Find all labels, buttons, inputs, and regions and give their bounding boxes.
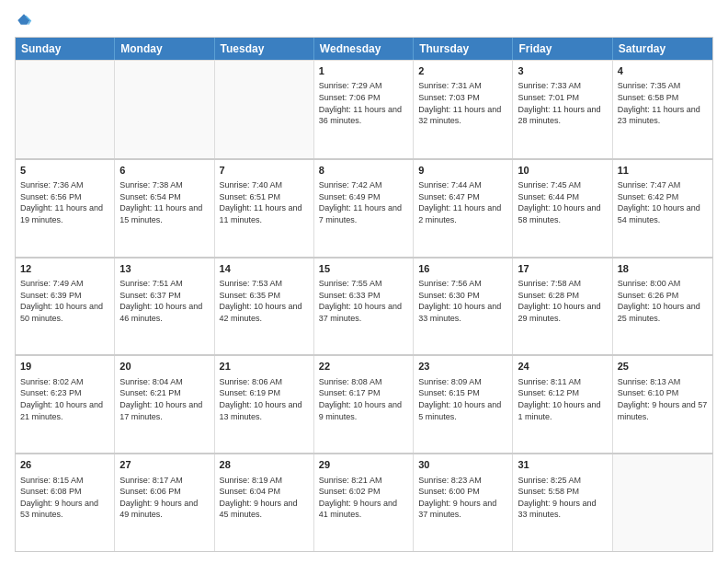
day-number: 13 bbox=[119, 262, 209, 276]
day-cell-19: 19Sunrise: 8:02 AM Sunset: 6:23 PM Dayli… bbox=[16, 356, 115, 453]
day-number: 8 bbox=[319, 164, 408, 178]
day-info: Sunrise: 8:06 AM Sunset: 6:19 PM Dayligh… bbox=[220, 376, 309, 422]
day-cell-29: 29Sunrise: 8:21 AM Sunset: 6:02 PM Dayli… bbox=[314, 454, 414, 551]
empty-cell-0-2 bbox=[215, 61, 314, 158]
day-number: 15 bbox=[319, 262, 408, 276]
day-number: 17 bbox=[518, 262, 607, 276]
calendar-header: SundayMondayTuesdayWednesdayThursdayFrid… bbox=[16, 38, 712, 60]
header-day-saturday: Saturday bbox=[613, 38, 712, 60]
day-info: Sunrise: 7:35 AM Sunset: 6:58 PM Dayligh… bbox=[618, 80, 708, 126]
day-info: Sunrise: 8:15 AM Sunset: 6:08 PM Dayligh… bbox=[20, 475, 109, 521]
day-number: 29 bbox=[319, 458, 408, 472]
day-info: Sunrise: 8:17 AM Sunset: 6:06 PM Dayligh… bbox=[119, 475, 209, 521]
day-number: 3 bbox=[518, 64, 607, 78]
day-info: Sunrise: 7:47 AM Sunset: 6:42 PM Dayligh… bbox=[618, 179, 708, 225]
calendar-row-0: 1Sunrise: 7:29 AM Sunset: 7:06 PM Daylig… bbox=[16, 60, 712, 158]
day-info: Sunrise: 7:55 AM Sunset: 6:33 PM Dayligh… bbox=[319, 278, 408, 324]
day-info: Sunrise: 8:11 AM Sunset: 6:12 PM Dayligh… bbox=[518, 376, 607, 422]
day-cell-8: 8Sunrise: 7:42 AM Sunset: 6:49 PM Daylig… bbox=[314, 160, 414, 257]
page: SundayMondayTuesdayWednesdayThursdayFrid… bbox=[0, 0, 728, 563]
day-number: 22 bbox=[319, 360, 408, 373]
day-number: 2 bbox=[418, 64, 507, 78]
day-number: 19 bbox=[20, 360, 109, 373]
header-day-sunday: Sunday bbox=[16, 38, 115, 60]
day-cell-6: 6Sunrise: 7:38 AM Sunset: 6:54 PM Daylig… bbox=[115, 160, 214, 257]
header-day-wednesday: Wednesday bbox=[314, 38, 414, 60]
day-number: 28 bbox=[220, 458, 309, 472]
day-number: 10 bbox=[518, 164, 607, 178]
day-number: 27 bbox=[119, 458, 209, 472]
day-info: Sunrise: 7:38 AM Sunset: 6:54 PM Dayligh… bbox=[119, 179, 209, 225]
day-cell-9: 9Sunrise: 7:44 AM Sunset: 6:47 PM Daylig… bbox=[414, 160, 513, 257]
day-cell-1: 1Sunrise: 7:29 AM Sunset: 7:06 PM Daylig… bbox=[314, 61, 414, 158]
header-day-tuesday: Tuesday bbox=[215, 38, 314, 60]
calendar: SundayMondayTuesdayWednesdayThursdayFrid… bbox=[15, 37, 713, 552]
day-info: Sunrise: 8:02 AM Sunset: 6:23 PM Dayligh… bbox=[20, 376, 109, 422]
day-number: 24 bbox=[518, 360, 607, 373]
day-number: 16 bbox=[418, 262, 507, 276]
day-cell-17: 17Sunrise: 7:58 AM Sunset: 6:28 PM Dayli… bbox=[513, 259, 612, 355]
day-cell-4: 4Sunrise: 7:35 AM Sunset: 6:58 PM Daylig… bbox=[613, 61, 712, 158]
day-info: Sunrise: 7:33 AM Sunset: 7:01 PM Dayligh… bbox=[518, 80, 607, 126]
day-cell-23: 23Sunrise: 8:09 AM Sunset: 6:15 PM Dayli… bbox=[414, 356, 513, 453]
day-cell-18: 18Sunrise: 8:00 AM Sunset: 6:26 PM Dayli… bbox=[613, 259, 712, 355]
day-number: 5 bbox=[20, 164, 109, 178]
day-info: Sunrise: 8:25 AM Sunset: 5:58 PM Dayligh… bbox=[518, 475, 607, 521]
day-number: 4 bbox=[618, 64, 708, 78]
day-cell-13: 13Sunrise: 7:51 AM Sunset: 6:37 PM Dayli… bbox=[115, 259, 214, 355]
day-info: Sunrise: 8:19 AM Sunset: 6:04 PM Dayligh… bbox=[220, 475, 309, 521]
day-info: Sunrise: 7:36 AM Sunset: 6:56 PM Dayligh… bbox=[20, 179, 109, 225]
day-info: Sunrise: 8:23 AM Sunset: 6:00 PM Dayligh… bbox=[418, 475, 507, 521]
day-cell-27: 27Sunrise: 8:17 AM Sunset: 6:06 PM Dayli… bbox=[115, 454, 214, 551]
day-number: 7 bbox=[220, 164, 309, 178]
day-cell-14: 14Sunrise: 7:53 AM Sunset: 6:35 PM Dayli… bbox=[215, 259, 314, 355]
header-day-friday: Friday bbox=[513, 38, 612, 60]
day-info: Sunrise: 8:04 AM Sunset: 6:21 PM Dayligh… bbox=[119, 376, 209, 422]
calendar-row-2: 12Sunrise: 7:49 AM Sunset: 6:39 PM Dayli… bbox=[16, 257, 712, 355]
day-cell-26: 26Sunrise: 8:15 AM Sunset: 6:08 PM Dayli… bbox=[16, 454, 115, 551]
calendar-body: 1Sunrise: 7:29 AM Sunset: 7:06 PM Daylig… bbox=[16, 60, 712, 551]
day-cell-31: 31Sunrise: 8:25 AM Sunset: 5:58 PM Dayli… bbox=[513, 454, 612, 551]
day-number: 26 bbox=[20, 458, 109, 472]
empty-cell-0-0 bbox=[16, 61, 115, 158]
day-cell-11: 11Sunrise: 7:47 AM Sunset: 6:42 PM Dayli… bbox=[613, 160, 712, 257]
day-number: 18 bbox=[618, 262, 708, 276]
day-info: Sunrise: 8:08 AM Sunset: 6:17 PM Dayligh… bbox=[319, 376, 408, 422]
day-number: 9 bbox=[418, 164, 507, 178]
day-cell-25: 25Sunrise: 8:13 AM Sunset: 6:10 PM Dayli… bbox=[613, 356, 712, 453]
header bbox=[15, 11, 713, 29]
day-cell-21: 21Sunrise: 8:06 AM Sunset: 6:19 PM Dayli… bbox=[215, 356, 314, 453]
empty-cell-0-1 bbox=[115, 61, 214, 158]
day-info: Sunrise: 7:49 AM Sunset: 6:39 PM Dayligh… bbox=[20, 278, 109, 324]
day-cell-24: 24Sunrise: 8:11 AM Sunset: 6:12 PM Dayli… bbox=[513, 356, 612, 453]
day-cell-30: 30Sunrise: 8:23 AM Sunset: 6:00 PM Dayli… bbox=[414, 454, 513, 551]
day-info: Sunrise: 7:45 AM Sunset: 6:44 PM Dayligh… bbox=[518, 179, 607, 225]
day-number: 31 bbox=[518, 458, 607, 472]
day-info: Sunrise: 7:29 AM Sunset: 7:06 PM Dayligh… bbox=[319, 80, 408, 126]
day-info: Sunrise: 7:56 AM Sunset: 6:30 PM Dayligh… bbox=[418, 278, 507, 324]
day-number: 1 bbox=[319, 64, 408, 78]
day-number: 23 bbox=[418, 360, 507, 373]
day-info: Sunrise: 7:53 AM Sunset: 6:35 PM Dayligh… bbox=[220, 278, 309, 324]
day-cell-3: 3Sunrise: 7:33 AM Sunset: 7:01 PM Daylig… bbox=[513, 61, 612, 158]
day-number: 25 bbox=[618, 360, 708, 373]
day-info: Sunrise: 7:51 AM Sunset: 6:37 PM Dayligh… bbox=[119, 278, 209, 324]
logo bbox=[15, 11, 37, 29]
day-number: 6 bbox=[119, 164, 209, 178]
day-cell-16: 16Sunrise: 7:56 AM Sunset: 6:30 PM Dayli… bbox=[414, 259, 513, 355]
day-number: 12 bbox=[20, 262, 109, 276]
day-cell-10: 10Sunrise: 7:45 AM Sunset: 6:44 PM Dayli… bbox=[513, 160, 612, 257]
day-cell-22: 22Sunrise: 8:08 AM Sunset: 6:17 PM Dayli… bbox=[314, 356, 414, 453]
day-info: Sunrise: 7:44 AM Sunset: 6:47 PM Dayligh… bbox=[418, 179, 507, 225]
day-info: Sunrise: 7:42 AM Sunset: 6:49 PM Dayligh… bbox=[319, 179, 408, 225]
day-info: Sunrise: 8:09 AM Sunset: 6:15 PM Dayligh… bbox=[418, 376, 507, 422]
header-day-monday: Monday bbox=[115, 38, 214, 60]
day-number: 14 bbox=[220, 262, 309, 276]
calendar-row-1: 5Sunrise: 7:36 AM Sunset: 6:56 PM Daylig… bbox=[16, 158, 712, 257]
day-info: Sunrise: 7:40 AM Sunset: 6:51 PM Dayligh… bbox=[220, 179, 309, 225]
day-cell-15: 15Sunrise: 7:55 AM Sunset: 6:33 PM Dayli… bbox=[314, 259, 414, 355]
day-number: 11 bbox=[618, 164, 708, 178]
day-cell-7: 7Sunrise: 7:40 AM Sunset: 6:51 PM Daylig… bbox=[215, 160, 314, 257]
calendar-row-4: 26Sunrise: 8:15 AM Sunset: 6:08 PM Dayli… bbox=[16, 453, 712, 551]
day-cell-12: 12Sunrise: 7:49 AM Sunset: 6:39 PM Dayli… bbox=[16, 259, 115, 355]
